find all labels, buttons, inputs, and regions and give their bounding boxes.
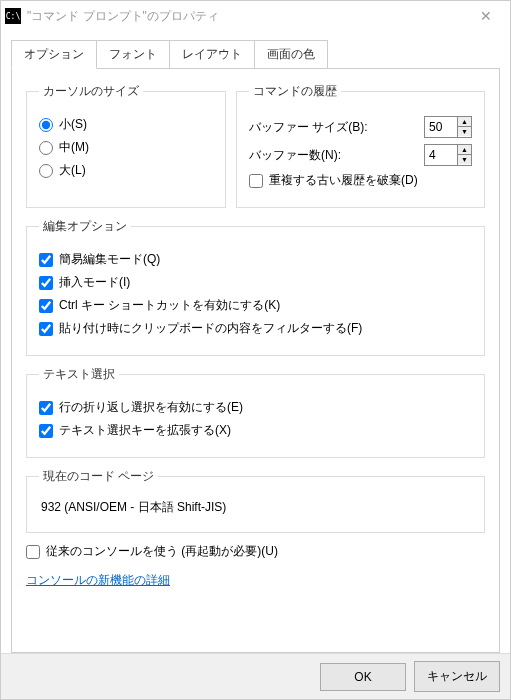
radio-cursor-large-input[interactable]	[39, 164, 53, 178]
radio-cursor-small[interactable]: 小(S)	[39, 116, 213, 133]
check-ext-keys[interactable]: テキスト選択キーを拡張する(X)	[39, 422, 472, 439]
tab-strip: オプション フォント レイアウト 画面の色	[11, 40, 500, 69]
cmd-icon: C:\	[5, 8, 21, 24]
buffer-size-up[interactable]: ▲	[458, 117, 471, 127]
check-quick-edit-label: 簡易編集モード(Q)	[59, 251, 160, 268]
properties-window: C:\ "コマンド プロンプト"のプロパティ ✕ オプション フォント レイアウ…	[0, 0, 511, 700]
check-quick-edit[interactable]: 簡易編集モード(Q)	[39, 251, 472, 268]
buffer-count-down[interactable]: ▼	[458, 155, 471, 164]
group-edit-legend: 編集オプション	[39, 218, 131, 235]
check-ext-keys-label: テキスト選択キーを拡張する(X)	[59, 422, 231, 439]
tab-options[interactable]: オプション	[11, 40, 97, 69]
group-cursor-size: カーソルのサイズ 小(S) 中(M) 大(L)	[26, 83, 226, 208]
window-title: "コマンド プロンプト"のプロパティ	[27, 8, 466, 25]
buffer-size-input[interactable]	[425, 117, 457, 137]
check-wrap-select-input[interactable]	[39, 401, 53, 415]
check-ctrl-shortcuts[interactable]: Ctrl キー ショートカットを有効にする(K)	[39, 297, 472, 314]
radio-cursor-large-label: 大(L)	[59, 162, 86, 179]
check-discard-duplicates-input[interactable]	[249, 174, 263, 188]
tab-colors[interactable]: 画面の色	[254, 40, 328, 69]
group-edit-options: 編集オプション 簡易編集モード(Q) 挿入モード(I) Ctrl キー ショート…	[26, 218, 485, 356]
group-textsel-legend: テキスト選択	[39, 366, 119, 383]
check-legacy-console-input[interactable]	[26, 545, 40, 559]
group-history-legend: コマンドの履歴	[249, 83, 341, 100]
group-text-selection: テキスト選択 行の折り返し選択を有効にする(E) テキスト選択キーを拡張する(X…	[26, 366, 485, 458]
check-filter-paste-input[interactable]	[39, 322, 53, 336]
check-ctrl-shortcuts-label: Ctrl キー ショートカットを有効にする(K)	[59, 297, 280, 314]
buffer-count-input[interactable]	[425, 145, 457, 165]
check-filter-paste-label: 貼り付け時にクリップボードの内容をフィルターする(F)	[59, 320, 362, 337]
check-quick-edit-input[interactable]	[39, 253, 53, 267]
radio-cursor-small-input[interactable]	[39, 118, 53, 132]
check-discard-duplicates-label: 重複する古い履歴を破棄(D)	[269, 172, 418, 189]
check-insert-mode[interactable]: 挿入モード(I)	[39, 274, 472, 291]
buffer-count-up[interactable]: ▲	[458, 145, 471, 155]
group-codepage: 現在のコード ページ 932 (ANSI/OEM - 日本語 Shift-JIS…	[26, 468, 485, 533]
check-wrap-select-label: 行の折り返し選択を有効にする(E)	[59, 399, 243, 416]
check-ext-keys-input[interactable]	[39, 424, 53, 438]
group-codepage-legend: 現在のコード ページ	[39, 468, 158, 485]
close-button[interactable]: ✕	[466, 8, 506, 24]
check-ctrl-shortcuts-input[interactable]	[39, 299, 53, 313]
check-wrap-select[interactable]: 行の折り返し選択を有効にする(E)	[39, 399, 472, 416]
link-console-features[interactable]: コンソールの新機能の詳細	[26, 572, 170, 589]
buffer-count-spinner[interactable]: ▲ ▼	[424, 144, 472, 166]
titlebar: C:\ "コマンド プロンプト"のプロパティ ✕	[1, 1, 510, 31]
buffer-size-label: バッファー サイズ(B):	[249, 119, 368, 136]
buffer-count-label: バッファー数(N):	[249, 147, 341, 164]
check-insert-mode-label: 挿入モード(I)	[59, 274, 130, 291]
check-filter-paste[interactable]: 貼り付け時にクリップボードの内容をフィルターする(F)	[39, 320, 472, 337]
check-legacy-console-label: 従来のコンソールを使う (再起動が必要)(U)	[46, 543, 278, 560]
client-area: オプション フォント レイアウト 画面の色 カーソルのサイズ 小(S) 中(M)	[1, 31, 510, 653]
codepage-value: 932 (ANSI/OEM - 日本語 Shift-JIS)	[39, 495, 472, 520]
tab-layout[interactable]: レイアウト	[169, 40, 255, 69]
radio-cursor-small-label: 小(S)	[59, 116, 87, 133]
check-legacy-console[interactable]: 従来のコンソールを使う (再起動が必要)(U)	[26, 543, 485, 560]
group-command-history: コマンドの履歴 バッファー サイズ(B): ▲ ▼ バッファー数(N):	[236, 83, 485, 208]
group-cursor-legend: カーソルのサイズ	[39, 83, 143, 100]
radio-cursor-large[interactable]: 大(L)	[39, 162, 213, 179]
buffer-size-spinner[interactable]: ▲ ▼	[424, 116, 472, 138]
check-insert-mode-input[interactable]	[39, 276, 53, 290]
ok-button[interactable]: OK	[320, 663, 406, 691]
check-discard-duplicates[interactable]: 重複する古い履歴を破棄(D)	[249, 172, 472, 189]
buffer-size-down[interactable]: ▼	[458, 127, 471, 136]
cancel-button[interactable]: キャンセル	[414, 661, 500, 692]
tab-font[interactable]: フォント	[96, 40, 170, 69]
tab-panel-options: カーソルのサイズ 小(S) 中(M) 大(L) コマンドの履	[11, 68, 500, 653]
button-bar: OK キャンセル	[1, 653, 510, 699]
radio-cursor-medium[interactable]: 中(M)	[39, 139, 213, 156]
radio-cursor-medium-input[interactable]	[39, 141, 53, 155]
radio-cursor-medium-label: 中(M)	[59, 139, 89, 156]
